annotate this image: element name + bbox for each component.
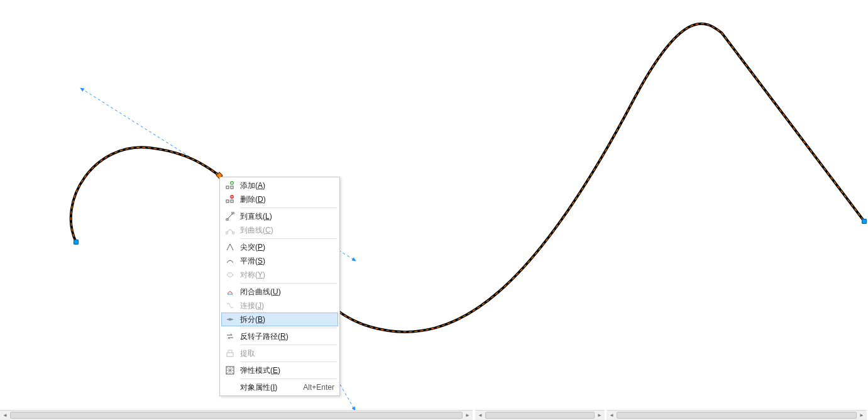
menu-item-symmetrical: 对称(Y) — [221, 268, 338, 282]
menu-item-add[interactable]: 添加(A) — [221, 179, 338, 192]
menu-item-accelerator: Alt+Enter — [297, 383, 334, 392]
node-context-menu: 添加(A)删除(D)到直线(L)到曲线(C)尖突(P)平滑(S)对称(Y)闭合曲… — [219, 177, 340, 396]
menu-item-extract: 提取 — [221, 346, 338, 360]
svg-rect-8 — [232, 212, 234, 214]
to-line-icon — [224, 212, 236, 221]
scroll-thumb[interactable] — [10, 412, 463, 419]
h-scrollbar-pane3[interactable]: ◄ ► — [607, 410, 867, 420]
symmetrical-icon — [224, 270, 236, 279]
menu-item-label: 提取 — [236, 348, 334, 359]
reverse-icon — [224, 332, 236, 341]
cusp-icon — [224, 243, 236, 251]
curve-node[interactable] — [74, 240, 79, 245]
svg-rect-5 — [231, 200, 233, 202]
svg-rect-9 — [226, 232, 228, 234]
menu-item-label: 闭合曲线(U) — [236, 287, 334, 297]
menu-item-label: 平滑(S) — [236, 256, 334, 267]
scroll-right-icon[interactable]: ► — [463, 411, 473, 420]
menu-item-label: 删除(D) — [236, 194, 334, 205]
menu-separator — [240, 238, 337, 239]
menu-item-reverse[interactable]: 反转子路径(R) — [221, 329, 338, 343]
menu-separator — [240, 345, 337, 345]
svg-rect-10 — [233, 232, 234, 234]
smooth-icon — [224, 257, 236, 265]
curve-node[interactable] — [862, 219, 867, 224]
menu-separator — [240, 207, 337, 208]
menu-item-label: 对称(Y) — [236, 270, 334, 280]
menu-item-break[interactable]: 拆分(B) — [221, 312, 338, 326]
scroll-thumb[interactable] — [485, 412, 595, 419]
menu-item-label: 添加(A) — [236, 180, 334, 191]
scroll-thumb[interactable] — [617, 412, 857, 419]
menu-item-properties[interactable]: 对象属性(I)Alt+Enter — [221, 380, 338, 394]
h-scrollbar-pane1[interactable]: ◄ ► — [0, 410, 473, 420]
svg-rect-7 — [226, 219, 228, 221]
svg-rect-11 — [227, 353, 233, 356]
svg-rect-2 — [231, 186, 233, 189]
close-curve-icon — [224, 287, 236, 296]
scroll-left-icon[interactable]: ◄ — [475, 411, 485, 420]
extract-icon — [224, 349, 236, 358]
h-scrollbar-pane2[interactable]: ◄ ► — [475, 410, 605, 420]
menu-item-label: 弹性模式(E) — [236, 365, 334, 376]
menu-item-close-curve[interactable]: 闭合曲线(U) — [221, 285, 338, 299]
scroll-right-icon[interactable]: ► — [595, 411, 605, 420]
join-icon — [224, 301, 236, 310]
scroll-left-icon[interactable]: ◄ — [0, 411, 10, 420]
menu-item-label: 到直线(L) — [236, 211, 334, 222]
menu-item-delete[interactable]: 删除(D) — [221, 192, 338, 206]
menu-item-label: 到曲线(C) — [236, 225, 334, 236]
menu-item-cusp[interactable]: 尖突(P) — [221, 240, 338, 254]
menu-item-to-line[interactable]: 到直线(L) — [221, 209, 338, 223]
add-node-icon — [224, 181, 236, 190]
menu-item-label: 拆分(B) — [236, 314, 334, 325]
menu-separator — [240, 362, 337, 362]
to-curve-icon — [224, 226, 236, 235]
menu-separator — [240, 328, 337, 328]
menu-item-label: 连接(J) — [236, 301, 334, 311]
break-icon — [224, 315, 236, 324]
menu-separator — [240, 283, 337, 284]
bezier-curve-selection — [71, 24, 864, 332]
menu-item-to-curve: 到曲线(C) — [221, 223, 338, 237]
svg-rect-4 — [226, 200, 229, 202]
control-handle[interactable] — [80, 88, 219, 175]
menu-item-smooth[interactable]: 平滑(S) — [221, 254, 338, 268]
vector-canvas — [0, 0, 868, 420]
svg-rect-1 — [226, 186, 229, 189]
menu-item-elastic[interactable]: 弹性模式(E) — [221, 363, 338, 377]
menu-item-label: 尖突(P) — [236, 242, 334, 253]
bezier-curve[interactable] — [71, 24, 864, 332]
menu-separator — [240, 379, 337, 379]
menu-item-join: 连接(J) — [221, 299, 338, 312]
delete-node-icon — [224, 195, 236, 204]
menu-item-label: 反转子路径(R) — [236, 331, 334, 342]
elastic-icon — [224, 366, 236, 375]
scroll-left-icon[interactable]: ◄ — [607, 411, 617, 420]
menu-item-label: 对象属性(I) — [236, 382, 297, 393]
scroll-right-icon[interactable]: ► — [857, 411, 867, 420]
